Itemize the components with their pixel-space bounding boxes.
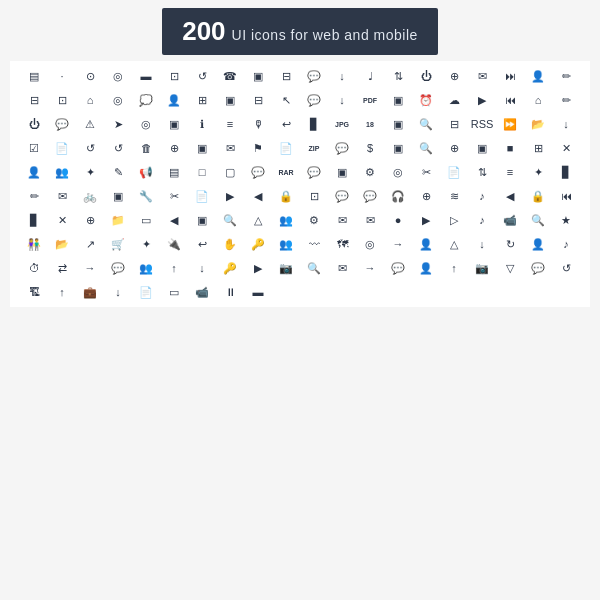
edit-icon[interactable]: ✏ xyxy=(553,65,579,87)
arrows-icon[interactable]: ⇅ xyxy=(385,65,411,87)
map-pin-icon[interactable]: ◎ xyxy=(133,113,159,135)
square-icon[interactable]: ■ xyxy=(497,137,523,159)
bookmark2-icon[interactable]: ↑ xyxy=(441,257,467,279)
forward2-icon[interactable]: → xyxy=(77,257,103,279)
doc-icon[interactable]: 📄 xyxy=(273,137,299,159)
refresh4-icon[interactable]: ↻ xyxy=(497,233,523,255)
message-icon[interactable]: 💬 xyxy=(329,137,355,159)
trash-icon[interactable]: 🗑 xyxy=(133,137,159,159)
rewind-icon[interactable]: ◀ xyxy=(245,185,271,207)
skip-icon[interactable]: ⏭ xyxy=(497,65,523,87)
zip-label[interactable]: ZIP xyxy=(301,137,327,159)
camera2-icon[interactable]: 📷 xyxy=(469,257,495,279)
grid-icon[interactable]: ⊞ xyxy=(525,137,551,159)
world-icon[interactable]: ⊕ xyxy=(441,137,467,159)
print-icon[interactable]: ▣ xyxy=(217,89,243,111)
person2-icon[interactable]: 👤 xyxy=(21,161,47,183)
add-circle-icon[interactable]: ⊕ xyxy=(161,137,187,159)
cut-icon[interactable]: ✂ xyxy=(161,185,187,207)
rect3-icon[interactable]: ▬ xyxy=(245,281,271,303)
time-icon[interactable]: ⏱ xyxy=(21,257,47,279)
chat9-icon[interactable]: 💬 xyxy=(525,257,551,279)
house-icon[interactable]: ⌂ xyxy=(525,89,551,111)
headphones-icon[interactable]: 🎧 xyxy=(385,185,411,207)
redo-icon[interactable]: ↩ xyxy=(273,113,299,135)
dollar-icon[interactable]: $ xyxy=(357,137,383,159)
mail-icon[interactable]: ✉ xyxy=(469,65,495,87)
up-icon[interactable]: ↑ xyxy=(161,257,187,279)
monitor2-icon[interactable]: ▣ xyxy=(189,209,215,231)
display2-icon[interactable]: ▣ xyxy=(105,185,131,207)
forward-icon[interactable]: ⏩ xyxy=(497,113,523,135)
link-icon[interactable]: ⊟ xyxy=(21,89,47,111)
brush-icon[interactable]: ✏ xyxy=(21,185,47,207)
rewind2-icon[interactable]: ◀ xyxy=(497,185,523,207)
comment-icon[interactable]: 💬 xyxy=(301,89,327,111)
down-icon[interactable]: ↓ xyxy=(469,233,495,255)
layout-icon[interactable]: ▤ xyxy=(161,161,187,183)
arrow3-icon[interactable]: → xyxy=(385,233,411,255)
home-icon[interactable]: ⌂ xyxy=(77,89,103,111)
download2-icon[interactable]: ↓ xyxy=(189,257,215,279)
file3-icon[interactable]: 📄 xyxy=(441,161,467,183)
mail2-icon[interactable]: ✉ xyxy=(49,185,75,207)
folder3-icon[interactable]: 📂 xyxy=(49,233,75,255)
triangle2-icon[interactable]: △ xyxy=(441,233,467,255)
chat8-icon[interactable]: 💬 xyxy=(385,257,411,279)
list-icon[interactable]: ≡ xyxy=(497,161,523,183)
globe2-icon[interactable]: ⊕ xyxy=(77,209,103,231)
chart-icon[interactable]: ▊ xyxy=(553,161,579,183)
play-icon[interactable]: ▶ xyxy=(217,185,243,207)
prev2-icon[interactable]: ⏮ xyxy=(553,185,579,207)
prev-icon[interactable]: ⏮ xyxy=(497,89,523,111)
refresh5-icon[interactable]: ↺ xyxy=(553,257,579,279)
download-icon[interactable]: ↓ xyxy=(329,65,355,87)
document-icon[interactable]: ⊙ xyxy=(77,65,103,87)
rar-label[interactable]: RAR xyxy=(273,161,299,183)
power-icon[interactable]: ⏻ xyxy=(413,65,439,87)
sound2-icon[interactable]: ♪ xyxy=(553,233,579,255)
music-icon[interactable]: ♩ xyxy=(357,65,383,87)
speaker-icon[interactable]: ◀ xyxy=(161,209,187,231)
mail5-icon[interactable]: ✉ xyxy=(329,257,355,279)
image-icon[interactable]: ⊡ xyxy=(49,89,75,111)
warning-icon[interactable]: ⚠ xyxy=(77,113,103,135)
blank-icon[interactable]: □ xyxy=(189,161,215,183)
star-icon[interactable]: ★ xyxy=(553,209,579,231)
tag-icon[interactable]: ✦ xyxy=(77,161,103,183)
people2-icon[interactable]: 👫 xyxy=(21,233,47,255)
pencil-icon[interactable]: ✏ xyxy=(553,89,579,111)
refresh-icon[interactable]: ↺ xyxy=(189,65,215,87)
arrow4-icon[interactable]: → xyxy=(357,257,383,279)
play2-icon[interactable]: ▶ xyxy=(413,209,439,231)
link2-icon[interactable]: ⊟ xyxy=(441,113,467,135)
people4-icon[interactable]: 👤 xyxy=(413,233,439,255)
checkbox-icon[interactable]: ☑ xyxy=(21,137,47,159)
target-icon[interactable]: ◎ xyxy=(105,65,131,87)
info-icon[interactable]: ℹ xyxy=(189,113,215,135)
rect2-icon[interactable]: ▭ xyxy=(161,281,187,303)
laptop-icon[interactable]: ▣ xyxy=(385,89,411,111)
sort-icon[interactable]: ⇅ xyxy=(469,161,495,183)
user-icon[interactable]: 👤 xyxy=(525,65,551,87)
chat7-icon[interactable]: 💬 xyxy=(105,257,131,279)
laptop2-icon[interactable]: ▣ xyxy=(385,137,411,159)
triangle3-icon[interactable]: ▽ xyxy=(497,257,523,279)
sound-icon[interactable]: ♪ xyxy=(469,185,495,207)
globe-icon[interactable]: ⊕ xyxy=(441,65,467,87)
person-icon[interactable]: 👤 xyxy=(161,89,187,111)
cloud-icon[interactable]: ☁ xyxy=(441,89,467,111)
rect-icon[interactable]: ▭ xyxy=(133,209,159,231)
map-icon[interactable]: 🗺 xyxy=(329,233,355,255)
screen-icon[interactable]: ▣ xyxy=(469,137,495,159)
volume-icon[interactable]: ♪ xyxy=(469,209,495,231)
arrow2-icon[interactable]: ↩ xyxy=(189,233,215,255)
circle-arrow-icon[interactable]: ➤ xyxy=(105,113,131,135)
pause-icon[interactable]: ⏸ xyxy=(217,281,243,303)
circle3-icon[interactable]: ⊕ xyxy=(413,185,439,207)
video2-icon[interactable]: 📹 xyxy=(497,209,523,231)
play3-icon[interactable]: ▷ xyxy=(441,209,467,231)
tv-icon[interactable]: ▣ xyxy=(189,137,215,159)
number18-icon[interactable]: 18 xyxy=(357,113,383,135)
circle5-icon[interactable]: ◎ xyxy=(357,233,383,255)
